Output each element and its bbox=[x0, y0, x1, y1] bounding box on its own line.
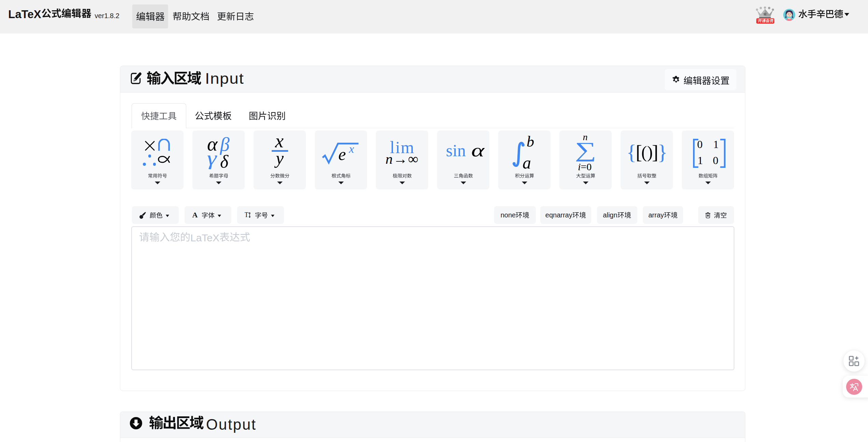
svg-text:T: T bbox=[245, 212, 248, 218]
